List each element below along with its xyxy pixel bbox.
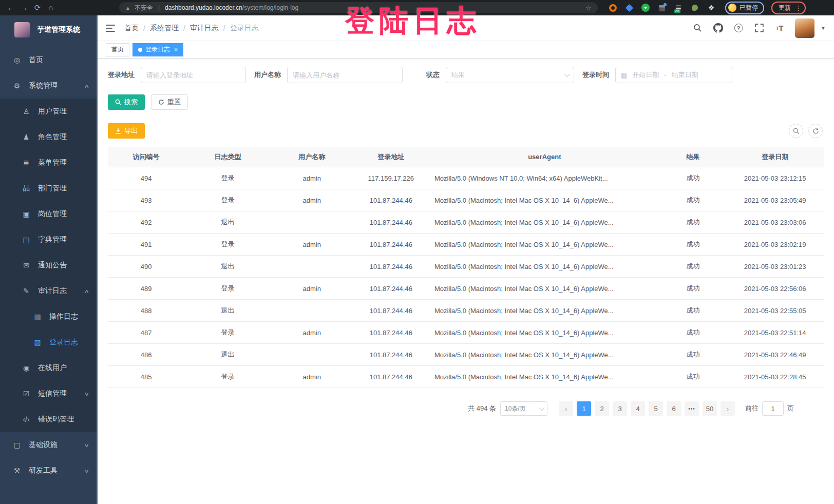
login-address-input[interactable] — [141, 67, 246, 83]
export-button[interactable]: 导出 — [108, 123, 145, 139]
cell-result: 成功 — [660, 173, 727, 183]
prev-page-button[interactable]: ‹ — [559, 401, 573, 416]
cell-agent: Mozilla/5.0 (Macintosh; Intel Mac OS X 1… — [429, 285, 660, 293]
start-date-placeholder[interactable]: 开始日期 — [632, 70, 659, 80]
search-button-label: 搜索 — [124, 98, 138, 107]
extension-list-icon[interactable]: ≣on — [674, 3, 683, 12]
sidebar-item-dict-management[interactable]: ▤ 字典管理 — [0, 227, 98, 253]
table-row: 492退出101.87.244.46Mozilla/5.0 (Macintosh… — [108, 211, 824, 234]
browser-menu-icon[interactable]: ⋮ — [795, 4, 802, 12]
search-icon[interactable] — [692, 23, 703, 33]
sidebar-item-operation-log[interactable]: ▥ 操作日志 — [0, 304, 98, 329]
page-button[interactable]: 50 — [703, 401, 717, 416]
sidebar-item-sms-management[interactable]: ☑ 短信管理 ∨ — [0, 381, 98, 406]
table-header: 访问编号日志类型用户名称登录地址userAgent结果登录日期 — [108, 147, 824, 167]
end-date-placeholder[interactable]: 结束日期 — [672, 70, 698, 80]
sidebar-item-post-management[interactable]: ▣ 岗位管理 — [0, 201, 98, 227]
status-select[interactable]: 结果 — [446, 67, 574, 83]
cell-id: 494 — [108, 175, 184, 182]
table-row: 490退出101.87.244.46Mozilla/5.0 (Macintosh… — [108, 256, 824, 278]
page-button[interactable]: 6 — [667, 401, 681, 416]
next-page-button[interactable]: › — [721, 401, 735, 416]
browser-back-icon[interactable]: ← — [5, 0, 16, 15]
browser-profile-chip[interactable]: 已暂停 — [725, 2, 764, 14]
reset-button[interactable]: 重置 — [151, 94, 188, 110]
tab-登录日志[interactable]: 登录日志 × — [132, 43, 183, 56]
cell-agent: Mozilla/5.0 (Macintosh; Intel Mac OS X 1… — [429, 241, 660, 248]
username-input[interactable] — [287, 67, 403, 83]
table-toolbar: 导出 — [108, 123, 824, 139]
sidebar-item-infrastructure[interactable]: ▢ 基础设施 ∨ — [0, 432, 98, 458]
extension-leaf-icon[interactable] — [690, 3, 699, 12]
avatar-caret-icon[interactable]: ▼ — [821, 25, 826, 31]
cell-type: 登录 — [184, 173, 271, 183]
sidebar-item-login-log[interactable]: ▧ 登录日志 — [0, 329, 98, 355]
user-avatar[interactable] — [795, 18, 814, 38]
bookmark-star-icon[interactable]: ☆ — [585, 4, 592, 12]
extension-grid-icon[interactable]: ▦ — [657, 3, 667, 12]
cell-id: 488 — [108, 307, 184, 315]
page-button[interactable]: 3 — [613, 401, 627, 416]
pager-ellipsis[interactable]: ••• — [685, 401, 699, 416]
cell-result: 成功 — [660, 284, 727, 293]
tab-首页[interactable]: 首页 — [106, 43, 129, 56]
address-bar[interactable]: ▲ 不安全 | dashboard.yudao.iocoder.cn/syste… — [119, 2, 598, 13]
reset-button-label: 重置 — [167, 98, 181, 107]
sidebar-item-label: 系统管理 — [29, 81, 58, 90]
sidebar-item-dept-management[interactable]: 品 部门管理 — [0, 176, 98, 201]
sidebar-item-error-code-management[interactable]: ‹/› 错误码管理 — [0, 406, 98, 432]
sidebar-item-user-management[interactable]: ♙ 用户管理 — [0, 99, 98, 124]
extension-orange-icon[interactable] — [608, 3, 617, 12]
sidebar-item-menu-management[interactable]: ≣ 菜单管理 — [0, 150, 98, 176]
sidebar-item-home[interactable]: ◎ 首页 — [0, 47, 98, 73]
page-button[interactable]: 1 — [577, 401, 591, 416]
browser-forward-icon[interactable]: → — [18, 0, 30, 15]
extensions-puzzle-icon[interactable]: ❖ — [707, 3, 716, 12]
github-icon[interactable] — [713, 23, 723, 33]
page-button[interactable]: 2 — [595, 401, 609, 416]
home-icon: ◎ — [12, 56, 22, 64]
breadcrumb-link: 登录日志 — [230, 24, 259, 33]
browser-update-button[interactable]: 更新 ⋮ — [771, 2, 806, 14]
extension-gem-icon[interactable] — [624, 3, 634, 12]
hamburger-icon[interactable] — [106, 25, 115, 32]
range-separator: - — [664, 71, 666, 79]
cell-type: 登录 — [184, 196, 271, 205]
search-button[interactable]: 搜索 — [108, 94, 145, 110]
font-size-icon[interactable]: TT — [774, 23, 785, 33]
table-row: 486退出101.87.244.46Mozilla/5.0 (Macintosh… — [108, 344, 824, 366]
sidebar-item-online-users[interactable]: ◉ 在线用户 — [0, 355, 98, 381]
cell-type: 登录 — [184, 284, 271, 293]
sidebar-item-system-management[interactable]: ⚙ 系统管理 ∧ — [0, 73, 98, 99]
refresh-table-button[interactable] — [808, 124, 823, 138]
login-log-page: 登录地址 用户名称 状态 结果 登录时间 ▦ 开始日期 - 结束日期 — [98, 59, 834, 504]
page-size-select[interactable]: 10条/页 — [500, 401, 547, 416]
close-icon[interactable]: × — [174, 46, 178, 53]
breadcrumb-link[interactable]: 审计日志 — [190, 24, 219, 33]
date-range-picker[interactable]: ▦ 开始日期 - 结束日期 — [615, 67, 732, 83]
page-button[interactable]: 4 — [631, 401, 645, 416]
fullscreen-icon[interactable] — [754, 23, 764, 33]
toggle-search-button[interactable] — [789, 124, 803, 138]
browser-reload-icon[interactable]: ⟳ — [32, 0, 43, 15]
sidebar-item-role-management[interactable]: ♟ 角色管理 — [0, 124, 98, 150]
browser-home-icon[interactable]: ⌂ — [45, 0, 56, 15]
dict-management-icon: ▤ — [22, 236, 31, 244]
page-button[interactable]: 5 — [649, 401, 663, 416]
cell-agent: Mozilla/5.0 (Macintosh; Intel Mac OS X 1… — [429, 307, 660, 315]
cell-ip: 101.87.244.46 — [353, 307, 429, 315]
breadcrumb-link[interactable]: 首页 — [124, 24, 139, 33]
sidebar-item-dev-tools[interactable]: ⚒ 研发工具 ∨ — [0, 458, 98, 483]
cell-user: admin — [271, 175, 353, 182]
extension-heart-icon[interactable]: ♥ — [641, 3, 650, 12]
goto-page-input[interactable] — [762, 401, 784, 416]
sidebar-item-notice-announcement[interactable]: ✉ 通知公告 — [0, 253, 98, 278]
sidebar-item-audit-log[interactable]: ✎ 审计日志 ∧ — [0, 278, 98, 304]
cell-agent: Mozilla/5.0 (Macintosh; Intel Mac OS X 1… — [429, 351, 660, 359]
help-icon[interactable]: ? — [733, 23, 744, 33]
url-text[interactable]: dashboard.yudao.iocoder.cn/system/log/lo… — [165, 4, 298, 11]
table-row: 494登录admin117.159.17.226Mozilla/5.0 (Win… — [108, 167, 824, 189]
breadcrumb-link[interactable]: 系统管理 — [150, 24, 179, 33]
not-secure-label[interactable]: 不安全 — [135, 4, 153, 12]
calendar-icon: ▦ — [621, 71, 627, 79]
